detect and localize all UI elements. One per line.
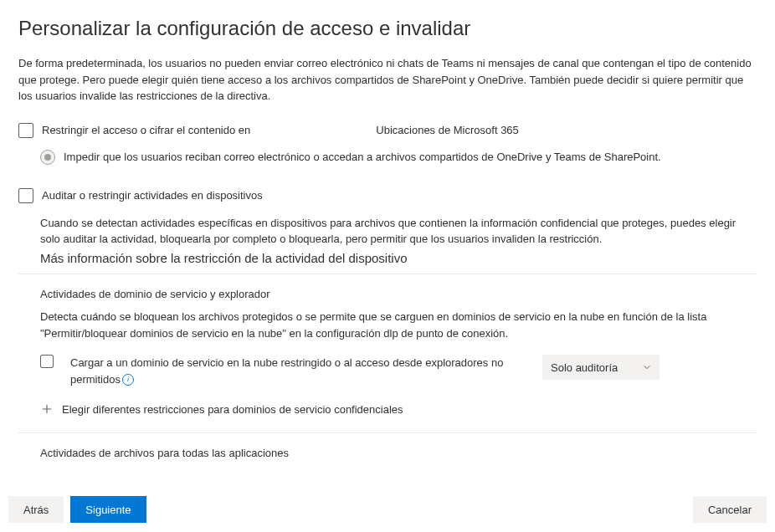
chevron-down-icon	[643, 363, 651, 371]
add-restrictions-row[interactable]: Elegir diferentes restricciones para dom…	[40, 402, 757, 416]
back-button[interactable]: Atrás	[8, 496, 64, 523]
upload-domain-checkbox[interactable]	[40, 355, 54, 368]
dropdown-value: Solo auditoría	[551, 361, 618, 374]
domain-section-title: Actividades de dominio de servicio y exp…	[40, 288, 757, 300]
intro-text: De forma predeterminada, los usuarios no…	[18, 55, 757, 105]
next-button[interactable]: Siguiente	[70, 496, 146, 523]
restrict-access-checkbox[interactable]	[18, 123, 33, 138]
audit-desc: Cuando se detectan actividades específic…	[40, 215, 757, 248]
divider	[18, 274, 757, 274]
audit-restrict-label: Auditar o restringir actividades en disp…	[42, 189, 263, 202]
restrict-access-sublabel: Ubicaciones de Microsoft 365	[376, 124, 519, 136]
files-section-title: Actividades de archivos para todas las a…	[40, 447, 757, 459]
prevent-users-radio[interactable]	[40, 150, 55, 165]
upload-domain-label: Cargar a un dominio de servicio en la nu…	[70, 355, 509, 387]
more-info-link[interactable]: Más información sobre la restricción de …	[40, 251, 757, 265]
add-restrictions-label: Elegir diferentes restricciones para dom…	[62, 403, 403, 416]
info-icon[interactable]: i	[122, 374, 134, 386]
audit-restrict-checkbox[interactable]	[18, 188, 33, 203]
divider-2	[18, 432, 757, 433]
audit-mode-dropdown[interactable]: Solo auditoría	[542, 355, 660, 380]
cancel-button[interactable]: Cancelar	[693, 496, 767, 523]
restrict-access-label: Restringir el acceso o cifrar el conteni…	[42, 124, 250, 136]
prevent-users-label: Impedir que los usuarios reciban correo …	[64, 151, 661, 163]
page-title: Personalizar la configuración de acceso …	[18, 17, 757, 40]
plus-icon	[40, 402, 54, 416]
footer-bar: Atrás Siguiente Cancelar	[0, 487, 775, 532]
domain-section-desc: Detecta cuándo se bloquean los archivos …	[40, 309, 757, 344]
